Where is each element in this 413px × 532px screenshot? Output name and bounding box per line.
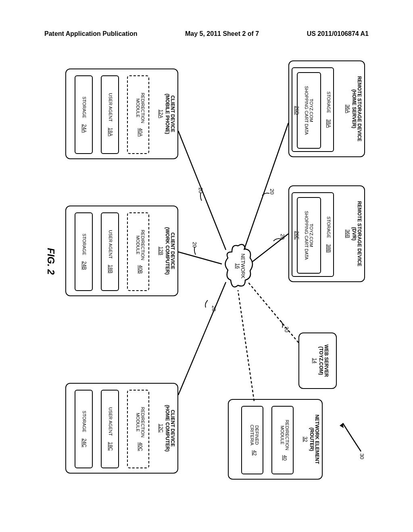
client-a-ua-label: USER AGENT	[108, 93, 113, 122]
leader-20-4: 20	[192, 242, 198, 247]
leader-20-6: 20	[284, 326, 290, 332]
page-header: Patent Application Publication May 5, 20…	[0, 30, 413, 37]
webserver-ref: 14	[312, 333, 317, 388]
remote-storage-b: REMOTE STORAGE DEVICE (DVR) 36B STORAGE …	[288, 185, 365, 282]
client-b-storage-ref: 24B	[81, 261, 87, 270]
rotated-diagram: 30 REMOTE STORAGE DEVICE (HOME SERVER) 3…	[36, 52, 375, 492]
client-a-storage-ref: 24A	[81, 124, 87, 133]
ne-criteria-label: DEFINED CRITERIA	[250, 425, 259, 445]
svg-line-0	[244, 123, 288, 250]
client-b-redir-ref: 40B	[138, 265, 143, 274]
client-b-redir: REDIRECTION MODULE 40B	[127, 212, 149, 291]
remote-b-ref: 36B	[345, 186, 350, 281]
remote-a-title: REMOTE STORAGE DEVICE (HOME SERVER)	[350, 61, 364, 156]
network-ref: 16	[235, 242, 240, 290]
client-b-ua: USER AGENT 18B	[101, 212, 119, 291]
remote-a-ref: 36A	[345, 61, 350, 156]
web-server: WEB SERVER (TOYZ.COM) 14	[298, 332, 337, 389]
figure-label: FIG. 2	[45, 248, 56, 275]
remote-storage-a: REMOTE STORAGE DEVICE (HOME SERVER) 36A …	[288, 60, 365, 157]
client-c-storage-label: STORAGE	[82, 411, 87, 432]
remote-b-storage-ref: 38B	[326, 244, 332, 253]
header-right: US 2011/0106874 A1	[307, 30, 369, 37]
client-a: CLIENT DEVICE (MOBILE PHONE) 12A REDIREC…	[65, 69, 178, 159]
network-cloud: NETWORK 16	[222, 242, 254, 290]
client-c-ua: USER AGENT 18C	[101, 390, 119, 468]
remote-a-storage-ref: 38A	[326, 119, 332, 128]
svg-line-5	[178, 252, 222, 264]
client-c-redir: REDIRECTION MODULE 40C	[127, 390, 149, 468]
client-c-storage: STORAGE 24C	[75, 390, 93, 468]
client-a-ua-ref: 18A	[108, 128, 113, 136]
client-a-ref: 12A	[158, 69, 164, 158]
ne-criteria-ref: 42	[252, 450, 257, 455]
client-a-title: CLIENT DEVICE (MOBILE PHONE)	[164, 69, 177, 158]
remote-b-data-ref: 26E	[294, 231, 300, 239]
ne-criteria: DEFINED CRITERIA 42	[241, 406, 263, 474]
client-b-redir-label: REDIRECTION MODULE	[136, 230, 145, 260]
remote-b-storage: STORAGE 38B TOYZ.COM SHOPPING CART DATA …	[292, 192, 334, 277]
client-b-ref: 12B	[158, 206, 164, 295]
remote-a-data-label: TOYZ.COM SHOPPING CART DATA	[304, 86, 314, 135]
system-arrow-icon	[335, 407, 363, 455]
client-c-title: CLIENT DEVICE (HOME COMPUTER)	[164, 384, 177, 473]
network-element: NETWORK ELEMENT (ROUTER) 32 REDIRECTION …	[228, 399, 323, 480]
diagram-area: 30 REMOTE STORAGE DEVICE (HOME SERVER) 3…	[36, 52, 375, 492]
webserver-title: WEB SERVER (TOYZ.COM)	[317, 333, 336, 388]
client-c-redir-ref: 40C	[138, 442, 143, 451]
client-c-storage-ref: 24C	[81, 438, 87, 447]
client-a-redir: REDIRECTION MODULE 40A	[127, 75, 149, 154]
header-left: Patent Application Publication	[44, 30, 138, 37]
header-center: May 5, 2011 Sheet 2 of 7	[185, 30, 259, 37]
client-b: CLIENT DEVICE (WORK COMPUTER) 12B REDIRE…	[65, 206, 178, 296]
client-a-storage-label: STORAGE	[82, 96, 87, 118]
remote-a-data: TOYZ.COM SHOPPING CART DATA 26D	[297, 72, 321, 149]
leader-20-1: 20	[269, 189, 275, 194]
ne-title: NETWORK ELEMENT (ROUTER)	[308, 400, 322, 479]
svg-line-2	[248, 282, 298, 343]
system-ref: 30	[359, 453, 365, 459]
remote-a-storage-label: STORAGE	[326, 91, 331, 113]
leader-20-5: 20	[211, 305, 217, 311]
ne-redir-ref: 40	[282, 455, 288, 460]
client-b-storage-label: STORAGE	[82, 233, 87, 255]
client-c-ref: 12C	[158, 384, 164, 473]
client-c-ua-ref: 18C	[108, 442, 113, 451]
client-b-storage: STORAGE 24B	[75, 212, 93, 291]
client-c-ua-label: USER AGENT	[108, 407, 113, 436]
svg-line-6	[178, 282, 226, 395]
client-a-ua: USER AGENT 18A	[101, 75, 119, 154]
remote-b-title: REMOTE STORAGE DEVICE (DVR)	[350, 186, 364, 281]
remote-a-data-ref: 26D	[294, 106, 300, 115]
leader-20-2: 20	[280, 234, 286, 239]
ne-redir-label: REDIRECTION MODULE	[280, 420, 290, 450]
client-c: CLIENT DEVICE (HOME COMPUTER) 12C REDIRE…	[65, 383, 178, 474]
client-c-redir-label: REDIRECTION MODULE	[136, 407, 145, 438]
remote-b-data: TOYZ.COM SHOPPING CART DATA 26E	[297, 197, 321, 274]
remote-b-storage-label: STORAGE	[326, 216, 331, 238]
network-text: NETWORK	[240, 242, 245, 290]
client-a-storage: STORAGE 24A	[75, 75, 93, 154]
client-a-redir-label: REDIRECTION MODULE	[136, 93, 145, 123]
client-b-ua-ref: 18B	[108, 265, 113, 273]
svg-line-3	[238, 290, 254, 401]
remote-a-storage: STORAGE 38A TOYZ.COM SHOPPING CART DATA …	[292, 67, 334, 152]
remote-b-data-label: TOYZ.COM SHOPPING CART DATA	[304, 211, 314, 260]
client-b-ua-label: USER AGENT	[108, 230, 113, 259]
client-b-title: CLIENT DEVICE (WORK COMPUTER)	[164, 206, 177, 295]
ne-redir: REDIRECTION MODULE 40	[271, 406, 294, 474]
network-label: NETWORK 16	[235, 242, 245, 290]
client-a-redir-ref: 40A	[138, 128, 143, 137]
ne-ref: 32	[302, 400, 308, 479]
leader-20-3: 20	[198, 187, 204, 193]
